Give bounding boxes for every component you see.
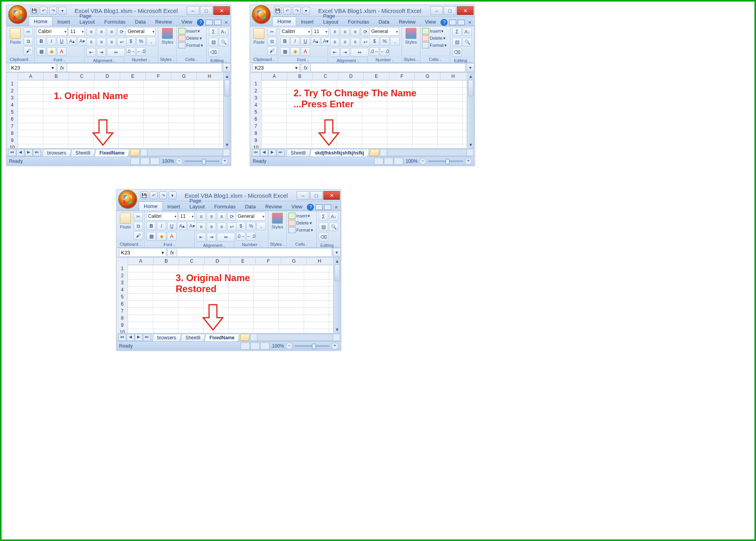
worksheet-grid[interactable]: ABCDEFGH 12345678910 2. Try To Chnage Th… <box>250 73 467 148</box>
percent-icon[interactable]: % <box>136 37 146 46</box>
align-mid-icon[interactable]: ≡ <box>97 28 106 36</box>
tab-view[interactable]: View <box>287 202 307 211</box>
paste-button[interactable]: Paste <box>252 27 266 45</box>
grow-font-icon[interactable]: A▴ <box>67 37 77 46</box>
page-layout-view-icon[interactable] <box>140 158 150 165</box>
col-header[interactable]: F <box>146 73 171 80</box>
horizontal-scrollbar[interactable] <box>140 149 230 156</box>
name-box[interactable]: K23▾ <box>253 63 300 72</box>
close-button[interactable]: ✕ <box>323 191 340 200</box>
workbook-close-icon[interactable]: × <box>466 19 473 26</box>
tab-view[interactable]: View <box>177 17 197 26</box>
workbook-minimize-icon[interactable] <box>206 20 213 25</box>
fill-icon[interactable]: ▤ <box>209 38 218 46</box>
qat-more-icon[interactable]: ▾ <box>302 7 310 15</box>
tab-insert[interactable]: Insert <box>163 202 185 211</box>
formula-input[interactable] <box>67 63 222 72</box>
align-left-icon[interactable]: ≡ <box>86 38 96 46</box>
delete-cells-button[interactable]: Delete ▾ <box>178 35 202 41</box>
redo-icon[interactable]: ↷ <box>49 7 57 15</box>
minimize-button[interactable]: – <box>430 6 443 15</box>
sheet-tab-browsers[interactable]: browsers <box>42 149 71 156</box>
office-button[interactable] <box>118 190 137 209</box>
col-header[interactable]: H <box>197 73 222 80</box>
paste-button[interactable]: Paste <box>118 212 132 230</box>
tab-data[interactable]: Data <box>374 17 394 26</box>
zoom-in-icon[interactable]: + <box>221 158 228 165</box>
worksheet-grid[interactable]: A B C D E F G H 1 2 3 4 5 6 7 <box>7 73 223 148</box>
bold-button[interactable]: B <box>37 37 46 46</box>
paste-button[interactable]: Paste <box>8 27 22 45</box>
zoom-slider[interactable] <box>184 160 220 162</box>
horizontal-scrollbar[interactable] <box>250 334 340 341</box>
sheet-tab-sheet8[interactable]: Sheet8 <box>286 149 310 156</box>
qat-more-icon[interactable]: ▾ <box>169 191 176 199</box>
copy-icon[interactable]: ⧉ <box>24 37 33 46</box>
underline-button[interactable]: U <box>57 37 66 46</box>
help-icon[interactable]: ? <box>307 204 314 211</box>
cut-icon[interactable]: ✂ <box>24 28 33 36</box>
next-sheet-icon[interactable]: ▶ <box>25 149 33 156</box>
align-bot-icon[interactable]: ≡ <box>107 28 116 36</box>
undo-icon[interactable]: ↶ <box>150 191 158 199</box>
italic-button[interactable]: I <box>47 37 56 46</box>
maximize-button[interactable]: □ <box>200 6 213 15</box>
maximize-button[interactable]: □ <box>444 6 456 15</box>
vertical-scrollbar[interactable]: ▲▼ <box>467 73 474 148</box>
col-header[interactable]: G <box>171 73 197 80</box>
maximize-button[interactable]: □ <box>310 191 323 200</box>
clear-icon[interactable]: ⌫ <box>209 48 218 57</box>
tab-data[interactable]: Data <box>130 17 150 26</box>
new-sheet-icon[interactable] <box>129 149 140 156</box>
tab-formulas[interactable]: Formulas <box>99 17 130 26</box>
tab-review[interactable]: Review <box>394 17 420 26</box>
row-header[interactable]: 3 <box>7 94 18 102</box>
sheet-tab-fixedname[interactable]: FixedName <box>204 334 239 341</box>
vertical-scrollbar[interactable]: ▲▼ <box>223 73 231 148</box>
row-header[interactable]: 8 <box>7 130 18 137</box>
undo-icon[interactable]: ↶ <box>40 7 48 15</box>
minimize-button[interactable]: – <box>187 6 199 15</box>
row-header[interactable]: 1 <box>7 80 18 88</box>
font-size-combo[interactable]: 11▾ <box>312 27 328 36</box>
autosum-icon[interactable]: Σ <box>209 28 218 36</box>
redo-icon[interactable]: ↷ <box>293 7 301 15</box>
row-header[interactable]: 7 <box>7 123 18 130</box>
last-sheet-icon[interactable]: ⏭ <box>33 149 41 156</box>
sheet-tab-sheet8[interactable]: Sheet8 <box>70 149 95 156</box>
tab-formulas[interactable]: Formulas <box>343 17 374 26</box>
zoom-out-icon[interactable]: − <box>176 158 183 165</box>
undo-icon[interactable]: ↶ <box>283 7 291 15</box>
align-center-icon[interactable]: ≡ <box>97 38 106 46</box>
comma-icon[interactable]: , <box>147 37 156 46</box>
row-header[interactable]: 9 <box>7 137 18 144</box>
workbook-minimize-icon[interactable] <box>449 20 456 25</box>
find-select-icon[interactable]: 🔍 <box>219 38 228 46</box>
currency-icon[interactable]: $ <box>126 37 136 46</box>
row-header[interactable]: 6 <box>7 116 18 123</box>
save-icon[interactable]: 💾 <box>30 7 38 15</box>
copy-icon[interactable]: ⧉ <box>267 37 277 46</box>
name-box[interactable]: K23▾ <box>119 248 166 257</box>
select-all-corner[interactable] <box>7 73 18 81</box>
close-button[interactable]: ✕ <box>457 6 473 15</box>
save-icon[interactable]: 💾 <box>274 7 282 15</box>
horizontal-scrollbar[interactable] <box>380 149 473 156</box>
merge-center-icon[interactable]: ⇔ <box>107 48 125 57</box>
col-header[interactable]: A <box>18 73 44 80</box>
number-format-combo[interactable]: General▾ <box>126 27 156 36</box>
format-painter-icon[interactable]: 🖌 <box>24 46 33 55</box>
tab-insert[interactable]: Insert <box>296 17 319 26</box>
inc-decimal-icon[interactable]: .0→ <box>126 47 136 56</box>
sheet-tab-browsers[interactable]: browsers <box>152 334 181 341</box>
close-button[interactable]: ✕ <box>213 6 230 15</box>
format-painter-icon[interactable]: 🖌 <box>267 46 277 55</box>
align-top-icon[interactable]: ≡ <box>86 28 96 36</box>
dec-indent-icon[interactable]: ⇤ <box>86 48 96 57</box>
font-size-combo[interactable]: 11▾ <box>68 27 85 36</box>
expand-formula-icon[interactable]: ▾ <box>223 63 231 72</box>
fill-color-icon[interactable]: ◆ <box>47 47 56 56</box>
workbook-restore-icon[interactable] <box>458 20 465 25</box>
cut-icon[interactable]: ✂ <box>267 28 277 36</box>
styles-button[interactable]: Styles <box>404 27 418 45</box>
